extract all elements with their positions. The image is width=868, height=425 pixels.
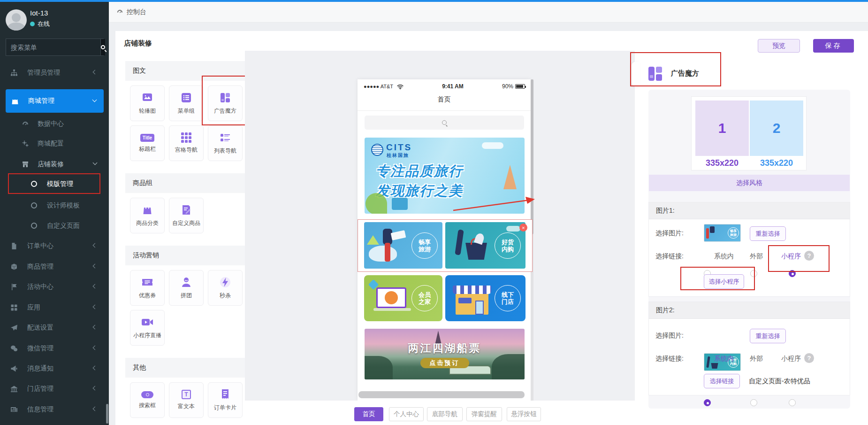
preview-button[interactable]: 预览 xyxy=(758,39,800,53)
palette-item-grid-nav[interactable]: 宫格导航 xyxy=(169,125,204,161)
sidebar-scrollbar[interactable] xyxy=(106,404,108,424)
sidebar-item-designer-template[interactable]: 设计师模板 xyxy=(0,195,109,216)
palette-item-label: 轮播图 xyxy=(139,107,156,115)
sidebar-item-mall-config[interactable]: 商城配置 xyxy=(0,133,109,154)
palette-item-menu-group[interactable]: 菜单组 xyxy=(169,85,204,121)
tab-bottom-nav[interactable]: 底部导航 xyxy=(427,407,463,421)
palette-item-label: 商品分类 xyxy=(136,219,159,227)
sidebar-item-info-management[interactable]: 信息管理 xyxy=(0,399,109,420)
tab-personal-center[interactable]: 个人中心 xyxy=(389,407,424,421)
tile-member-home[interactable]: 会员之家 xyxy=(364,275,442,321)
radio-miniprogram-label[interactable]: 小程序 xyxy=(781,252,801,261)
choose-miniprogram-button[interactable]: 选择小程序 xyxy=(704,274,744,289)
radio-system-label[interactable]: 系统内 xyxy=(714,252,734,261)
palette-item-order-card[interactable]: 订单卡片 xyxy=(208,382,243,418)
tile-art-awning xyxy=(453,286,491,294)
sidebar-item-wechat-management[interactable]: 微信管理 xyxy=(0,338,109,359)
palette-item-carousel[interactable]: 轮播图 xyxy=(130,85,165,121)
radio-external-label[interactable]: 外部 xyxy=(750,355,763,363)
close-icon[interactable]: × xyxy=(519,224,527,232)
breadcrumb[interactable]: 控制台 xyxy=(127,8,146,16)
tab-popup-reminder[interactable]: 弹窗提醒 xyxy=(466,407,502,421)
search-button[interactable] xyxy=(100,39,105,55)
cube-caption-circle: 畅享旅游 xyxy=(411,232,438,259)
tab-home[interactable]: 首页 xyxy=(354,407,383,421)
choose-style-button[interactable]: 选择风格 xyxy=(649,175,850,191)
sidebar-item-delivery-settings[interactable]: 配送设置 xyxy=(0,317,109,338)
radio-system[interactable] xyxy=(704,399,711,406)
chevron-left-icon xyxy=(93,346,98,350)
sidebar-item-apps[interactable]: 应用 xyxy=(0,297,109,318)
palette-item-ad-cube[interactable]: 广告魔方 xyxy=(208,85,243,121)
palette-item-custom-product[interactable]: 自定义商品 xyxy=(169,198,204,233)
megaphone-icon xyxy=(10,365,18,372)
radio-system-label[interactable]: 系统内 xyxy=(714,355,734,363)
page-title: 店铺装修 xyxy=(124,39,152,48)
sidebar-item-label: 自定义页面 xyxy=(47,222,80,230)
radio-miniprogram-label[interactable]: 小程序 xyxy=(781,355,801,363)
grid-nav-icon xyxy=(181,132,191,143)
tile-offline-store[interactable]: 线下门店 xyxy=(445,275,525,321)
tile-art-base xyxy=(373,308,411,311)
palette-item-flash-sale[interactable]: 秒杀 xyxy=(208,270,243,306)
reselect-image1-button[interactable]: 重新选择 xyxy=(750,226,786,241)
palette-item-title-bar[interactable]: Title 标题栏 xyxy=(130,125,165,161)
sidebar-item-shop-decoration[interactable]: 店铺装修 xyxy=(0,154,109,175)
phone-search-bar[interactable] xyxy=(365,116,524,130)
tab-float-button[interactable]: 悬浮按钮 xyxy=(507,407,541,421)
style-preview-card[interactable]: 1 2 335x220 335x220 xyxy=(691,96,807,170)
choose-link-button[interactable]: 选择链接 xyxy=(704,374,740,388)
avatar-head xyxy=(12,13,21,22)
sidebar-item-order-center[interactable]: 订单中心 xyxy=(0,236,109,256)
avatar[interactable] xyxy=(6,9,27,31)
sidebar-item-activity-center[interactable]: 活动中心 xyxy=(0,277,109,297)
chevron-down-icon xyxy=(92,98,97,102)
palette-item-label: 富文本 xyxy=(178,402,195,410)
sidebar-item-message-notify[interactable]: 消息通知 xyxy=(0,358,109,379)
cube-art-figure xyxy=(455,229,464,255)
palette-item-mini-program-live[interactable]: 小程序直播 xyxy=(130,310,165,346)
radio-miniprogram[interactable] xyxy=(789,270,796,277)
palette-section-title: 其他 xyxy=(125,358,245,378)
sidebar-item-custom-page[interactable]: 自定义页面 xyxy=(0,216,109,236)
radio-miniprogram[interactable] xyxy=(789,399,796,406)
thumb-caption-line: 旅游 xyxy=(730,233,737,237)
thumb-art xyxy=(706,228,709,239)
sidebar-item-label: 配送设置 xyxy=(27,324,53,332)
sidebar-item-template-management[interactable]: 模版管理 xyxy=(0,174,109,194)
panel-tab-notch xyxy=(632,62,640,87)
breadcrumb-bar: 控制台 xyxy=(109,2,868,23)
palette-item-rich-text[interactable]: T 富文本 xyxy=(169,382,204,418)
cits-brand-sub: 桂林国旅 xyxy=(387,152,409,159)
menu-group-icon xyxy=(180,92,192,104)
help-icon[interactable]: ? xyxy=(804,353,814,363)
sidebar-item-product-management[interactable]: 商品管理 xyxy=(0,256,109,277)
chevron-left-icon xyxy=(93,284,98,289)
image1-header: 图片1: xyxy=(649,202,850,219)
phone-page-title: 首页 xyxy=(358,95,531,104)
flag-icon xyxy=(10,283,18,291)
cube-image-shopping[interactable]: 好货内购 xyxy=(445,222,525,269)
phone-bottom-scrollbar[interactable] xyxy=(358,391,525,398)
sidebar-item-admin[interactable]: 管理员管理 xyxy=(0,62,109,83)
save-button[interactable]: 保存 xyxy=(813,39,854,53)
cube-image-travel[interactable]: 畅享旅游 xyxy=(364,222,442,269)
chevron-left-icon xyxy=(93,366,98,371)
palette-item-group-buy[interactable]: 拼团 xyxy=(169,270,204,306)
sidebar-item-store-management[interactable]: 门店管理 xyxy=(0,379,109,399)
sidebar-item-data-center[interactable]: 数据中心 xyxy=(0,114,109,134)
boat-banner-cta[interactable]: 点击预订 xyxy=(420,358,469,368)
image1-thumbnail[interactable]: 畅享旅游 xyxy=(704,224,741,242)
help-icon[interactable]: ? xyxy=(804,251,814,261)
palette-item-search-box[interactable]: 搜索框 xyxy=(130,382,165,418)
phone-banner-boat[interactable]: 两江四湖船票 点击预订 xyxy=(365,329,525,379)
palette-item-list-nav[interactable]: 列表导航 xyxy=(208,125,243,161)
radio-external-label[interactable]: 外部 xyxy=(750,252,763,261)
search-input[interactable] xyxy=(6,39,100,55)
reselect-image2-button[interactable]: 重新选择 xyxy=(750,329,786,343)
shopping-bag-icon xyxy=(11,97,19,105)
palette-item-product-category[interactable]: 商品分类 xyxy=(130,198,165,233)
palette-item-coupon[interactable]: 优惠券 xyxy=(130,270,165,306)
sidebar-item-mall[interactable]: 商城管理 xyxy=(6,89,104,113)
user-status: 在线 xyxy=(30,20,50,28)
